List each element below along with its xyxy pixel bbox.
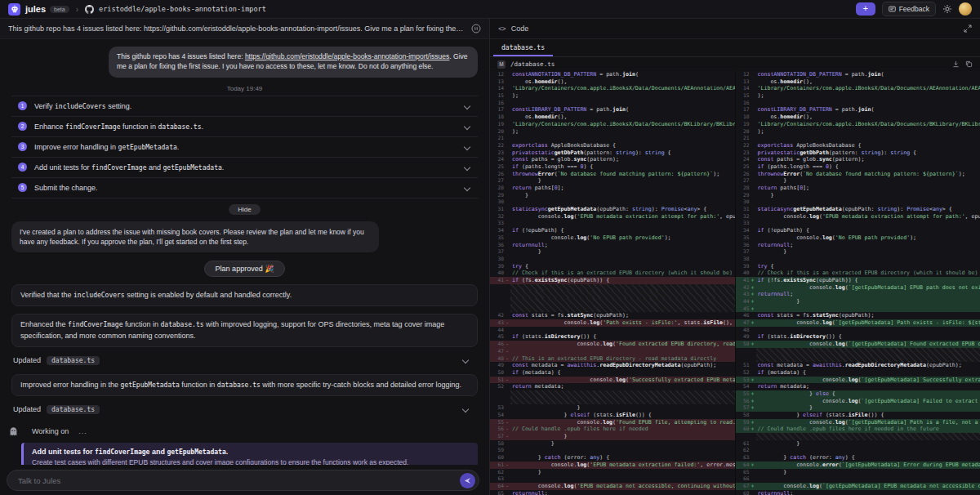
code-line: if (!fs.existsSync(epubPath)) { xyxy=(756,277,980,284)
change-marker: + xyxy=(750,291,756,298)
working-label: Working on xyxy=(32,427,69,435)
repo-breadcrumb[interactable]: eristoddle/apple-books-annotation-import xyxy=(99,5,266,13)
code-line: 'Library/Containers/com.apple.iBooksX/Da… xyxy=(756,121,980,128)
diff-view[interactable]: 12const ANNOTATION_DB_PATTERN = path.joi… xyxy=(490,71,980,495)
code-panel-header: <> Code xyxy=(490,19,980,39)
text-segment: Enhanced the xyxy=(20,320,68,328)
step-label: Improve error handling in getEpubMetadat… xyxy=(34,143,179,151)
send-button[interactable] xyxy=(460,473,475,488)
chevron-down-icon[interactable] xyxy=(464,185,470,191)
text-segment: Add unit tests for xyxy=(32,448,95,456)
chevron-down-icon[interactable] xyxy=(464,144,470,150)
chat-input[interactable]: Talk to Jules xyxy=(7,470,479,491)
diff-gap-row xyxy=(490,390,735,398)
code-panel: <> Code database.ts M /database.ts 12con… xyxy=(490,19,980,495)
app-name[interactable]: jules xyxy=(25,4,46,14)
diff-row: 39 try { xyxy=(490,263,735,270)
chevron-down-icon[interactable] xyxy=(464,164,470,171)
change-marker: - xyxy=(504,319,510,327)
diff-row: 61- console.log('EPUB metadata extractio… xyxy=(490,462,735,469)
plan-approved-button[interactable]: Plan approved 🎉 xyxy=(204,261,286,277)
line-number: 61 xyxy=(490,462,504,469)
code-line xyxy=(510,398,735,405)
file-update-row[interactable]: Updateddatabase.ts xyxy=(11,404,478,416)
diff-row: 40 // Check if this is an extracted EPUB… xyxy=(736,270,980,277)
code-line: const metadata = await this.readEpubDire… xyxy=(756,362,980,369)
code-line: console.log('Path exists - isFile:', sta… xyxy=(510,319,735,327)
inline-code: findCoverImage xyxy=(65,123,120,131)
chevron-down-icon[interactable] xyxy=(462,406,469,412)
change-marker: + xyxy=(750,390,756,398)
chevron-down-icon[interactable] xyxy=(462,357,469,363)
diff-row: 24 const paths = glob.sync(pattern); xyxy=(490,156,735,163)
diff-row: 29 } xyxy=(736,192,980,199)
line-number: 63 xyxy=(490,475,504,483)
pause-task-icon[interactable] xyxy=(471,24,481,33)
code-line: const metadata = await this.readEpubDire… xyxy=(510,362,735,369)
inline-code: database.ts xyxy=(161,321,204,328)
conversation-area[interactable]: This github repo has 4 issues listed her… xyxy=(0,38,489,465)
plan-step[interactable]: 4Add unit tests for findCoverImage and g… xyxy=(11,158,478,178)
expand-panel-icon[interactable] xyxy=(964,25,972,33)
diff-row: 27 } xyxy=(736,177,980,185)
plan-step[interactable]: 5Submit the change. xyxy=(11,178,478,198)
new-task-button[interactable]: + xyxy=(856,2,875,16)
code-line: } xyxy=(756,192,980,199)
code-line: // This is an extracted EPUB directory -… xyxy=(510,355,735,363)
current-step-description: Create test cases with different EPUB st… xyxy=(32,458,470,465)
inline-code: getEpubMetadata xyxy=(163,164,222,172)
line-number: 36 xyxy=(490,242,504,249)
diff-row: 67+ console.log(`[getEpubMetadata] EPUB … xyxy=(736,483,980,490)
inline-code: getEpubMetadata xyxy=(167,448,225,456)
feedback-button[interactable]: Feedback xyxy=(882,2,936,16)
code-line xyxy=(510,348,735,355)
jules-logo-icon[interactable] xyxy=(8,3,20,16)
code-line: } catch (error: any) { xyxy=(756,454,980,462)
hide-plan-button[interactable]: Hide xyxy=(229,204,260,215)
code-line: if (stats.isDirectory()) { xyxy=(510,333,735,341)
code-line: } xyxy=(510,433,735,440)
download-icon[interactable] xyxy=(952,60,960,68)
change-marker: + xyxy=(750,319,756,327)
code-line: if (stats.isDirectory()) { xyxy=(756,333,980,341)
diff-row: 28 return paths[0]; xyxy=(490,185,735,192)
diff-row: 22export class AppleBooksDatabase { xyxy=(736,142,980,149)
line-number: 26 xyxy=(736,171,750,178)
code-line: console.log('No EPUB path provided'); xyxy=(510,234,735,242)
diff-row: 12const ANNOTATION_DB_PATTERN = path.joi… xyxy=(736,71,980,78)
code-line: } catch (error: any) { xyxy=(510,454,735,462)
code-line: console.log('EPUB metadata extraction at… xyxy=(510,213,735,221)
code-line: const ANNOTATION_DB_PATTERN = path.join( xyxy=(510,71,735,78)
code-line xyxy=(510,198,735,206)
plan-step[interactable]: 3Improve error handling in getEpubMetada… xyxy=(11,137,478,158)
update-label: Updated xyxy=(13,405,41,413)
chevron-down-icon[interactable] xyxy=(464,123,470,130)
diff-row: 62 xyxy=(736,447,980,454)
code-line: const stats = fs.statSync(epubPath); xyxy=(510,312,735,319)
typing-indicator: ... xyxy=(78,427,87,435)
diff-row: 49 if (stats.isDirectory()) { xyxy=(736,333,980,341)
file-update-row[interactable]: Updateddatabase.ts xyxy=(11,355,478,367)
text-segment: . xyxy=(177,143,180,151)
plan-step[interactable]: 1Verify includeCovers setting. xyxy=(11,96,478,117)
line-number: 59 xyxy=(490,447,504,454)
diff-gap-row xyxy=(490,284,735,292)
diff-row: 54 return metadata; xyxy=(736,383,980,390)
code-line xyxy=(756,327,980,334)
user-avatar[interactable] xyxy=(959,2,972,16)
issues-link[interactable]: https://github.com/eristoddle/apple-book… xyxy=(245,52,449,60)
chevron-down-icon[interactable] xyxy=(464,103,470,109)
diff-row: 53 } xyxy=(490,404,735,412)
diff-row: 45 if (stats.isDirectory()) { xyxy=(490,333,735,341)
plan-step[interactable]: 2Enhance findCoverImage function in data… xyxy=(11,117,478,137)
line-number: 60 xyxy=(490,454,504,462)
diff-row: 36 return null; xyxy=(736,242,980,249)
tab-database-ts[interactable]: database.ts xyxy=(493,41,553,56)
code-line: } xyxy=(756,248,980,256)
line-number: 67 xyxy=(736,483,750,490)
code-line: // Could handle .epub files here if need… xyxy=(510,426,735,433)
change-marker: - xyxy=(504,355,510,363)
code-line: } xyxy=(756,404,980,412)
settings-gear-icon[interactable] xyxy=(942,4,952,14)
copy-icon[interactable] xyxy=(965,60,973,68)
